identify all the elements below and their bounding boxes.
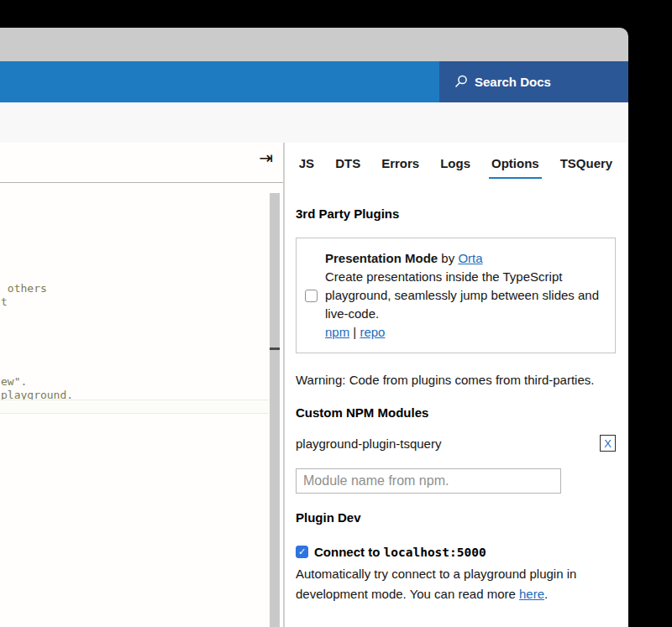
connect-label: Connect to localhost:5000 — [314, 545, 486, 559]
code-line: t — [1, 295, 8, 308]
plugin-title: Presentation Mode by Orta — [325, 249, 606, 268]
tab-js[interactable]: JS — [297, 155, 317, 179]
tab-options[interactable]: Options — [489, 155, 542, 179]
site-nav-bar: Search Docs — [0, 61, 628, 102]
plugin-description: Create presentations inside the TypeScri… — [325, 268, 606, 323]
npm-module-input[interactable] — [296, 468, 561, 494]
connect-host: localhost:5000 — [384, 546, 486, 559]
browser-chrome-bar — [0, 28, 628, 61]
editor-toolbar: ⇥ — [0, 143, 283, 183]
tab-dts[interactable]: DTS — [333, 155, 363, 179]
editor-scrollbar[interactable] — [270, 193, 280, 627]
code-line: others — [1, 282, 47, 295]
tab-errors[interactable]: Errors — [379, 155, 422, 179]
content-area: ⇥ others t ew". playground. JS DTS Error… — [0, 143, 628, 627]
plugin-links: npm | repo — [325, 323, 606, 342]
link-separator: | — [349, 325, 360, 339]
connect-label-text: Connect to — [314, 545, 384, 559]
plugins-warning-text: Warning: Code from plugins comes from th… — [296, 370, 600, 390]
code-editor-pane: ⇥ others t ew". playground. — [0, 143, 285, 627]
npm-module-row: playground-plugin-tsquery X — [296, 435, 616, 452]
plugins-section-heading: 3rd Party Plugins — [296, 206, 616, 221]
current-line-highlight — [0, 400, 269, 414]
plugin-repo-link[interactable]: repo — [360, 325, 385, 339]
scrollbar-cursor-marker — [270, 347, 280, 350]
dock-sidebar-right-icon[interactable]: ⇥ — [259, 149, 273, 166]
search-docs-label: Search Docs — [475, 75, 551, 89]
plugin-author-link[interactable]: Orta — [458, 251, 482, 265]
plugin-dev-description: Automatically try connect to a playgroun… — [296, 564, 616, 604]
npm-module-name: playground-plugin-tsquery — [296, 436, 441, 451]
plugin-by-text: by — [438, 251, 458, 265]
plugin-enable-checkbox[interactable] — [305, 290, 318, 302]
plugin-info: Presentation Mode by Orta Create present… — [325, 249, 606, 342]
plugin-dev-heading: Plugin Dev — [296, 510, 616, 525]
plugin-npm-link[interactable]: npm — [325, 325, 349, 339]
playground-window: Search Docs ⇥ others t ew". playground. … — [0, 0, 672, 627]
sidebar-tabs: JS DTS Errors Logs Options TSQuery — [296, 143, 616, 179]
plugin-card-presentation-mode: Presentation Mode by Orta Create present… — [296, 238, 616, 353]
sidebar-panel: JS DTS Errors Logs Options TSQuery 3rd P… — [285, 143, 628, 627]
code-line: ew". — [1, 375, 27, 388]
tab-logs[interactable]: Logs — [438, 155, 473, 179]
connect-localhost-row: ✓ Connect to localhost:5000 — [296, 545, 616, 559]
dev-description-period: . — [544, 587, 548, 601]
connect-localhost-checkbox[interactable]: ✓ — [296, 546, 308, 558]
tab-tsquery[interactable]: TSQuery — [558, 155, 616, 179]
npm-modules-heading: Custom NPM Modules — [296, 405, 616, 420]
playground-subnav-bar — [0, 102, 628, 143]
read-more-link[interactable]: here — [519, 587, 544, 601]
remove-module-button[interactable]: X — [600, 435, 616, 452]
code-editor[interactable]: others t ew". playground. — [0, 183, 283, 626]
plugin-name: Presentation Mode — [325, 251, 438, 265]
search-docs-button[interactable]: Search Docs — [439, 61, 628, 102]
search-icon — [454, 75, 468, 89]
